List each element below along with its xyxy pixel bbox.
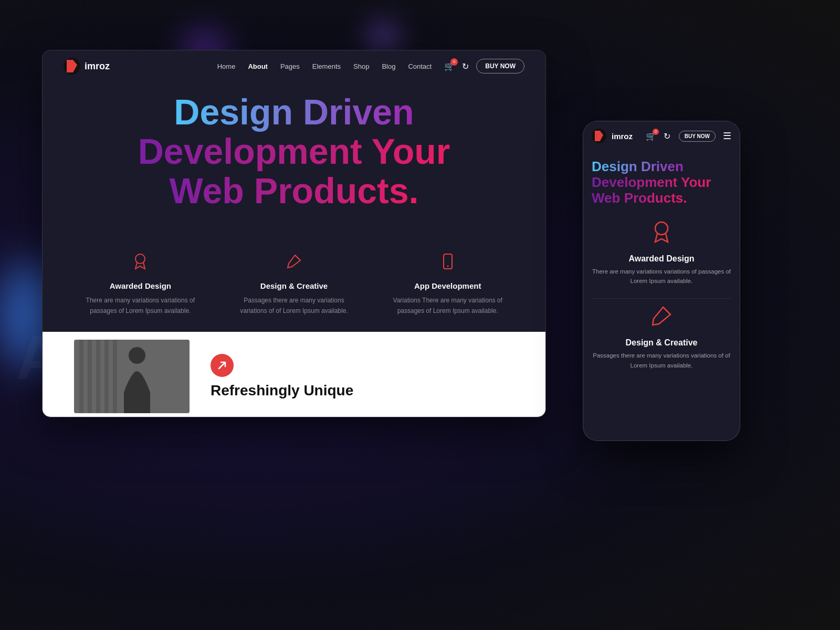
svg-rect-8 xyxy=(113,340,117,413)
svg-point-10 xyxy=(655,222,668,235)
mobile-logo-shape xyxy=(595,131,603,141)
hero-title-line1: Design Driven xyxy=(174,92,414,132)
mobile-feature-2-desc: Passages there are many variations varia… xyxy=(592,351,731,370)
desktop-nav-links: Home About Pages Elements Shop Blog Cont… xyxy=(217,61,432,71)
mobile-icon xyxy=(390,252,506,275)
feature-card-3-desc: Variations There are many variations of … xyxy=(390,296,506,316)
svg-point-9 xyxy=(129,347,145,364)
nav-item-about[interactable]: About xyxy=(248,61,268,71)
mobile-cart-badge: 0 xyxy=(653,129,659,135)
hero-title-line3: Web Products. xyxy=(170,171,419,211)
svg-rect-6 xyxy=(96,340,100,413)
mobile-mockup: imroz 🛒 0 ↻ BUY NOW ☰ Design Driven Deve… xyxy=(583,121,740,441)
mobile-logo-icon xyxy=(592,129,606,143)
mobile-content: Design Driven Development Your Web Produ… xyxy=(583,151,740,391)
mobile-menu-icon[interactable]: ☰ xyxy=(723,130,731,142)
feature-card-3-title: App Development xyxy=(390,281,506,290)
bg-blob-purple2 xyxy=(368,21,399,52)
mobile-buy-now-button[interactable]: BUY NOW xyxy=(679,131,716,142)
nav-link-contact[interactable]: Contact xyxy=(408,62,432,70)
nav-item-blog[interactable]: Blog xyxy=(382,61,395,71)
feature-card-2-desc: Passages there are many variations varia… xyxy=(236,296,352,316)
section2-icon-btn[interactable] xyxy=(211,354,234,377)
feature-card-2-title: Design & Creative xyxy=(236,281,352,290)
svg-rect-5 xyxy=(88,340,92,413)
nav-item-shop[interactable]: Shop xyxy=(353,61,369,71)
desktop-feature-cards: Awarded Design There are many variations… xyxy=(74,242,514,326)
theme-toggle-icon[interactable]: ↻ xyxy=(462,61,469,71)
desktop-hero: Design Driven Development Your Web Produ… xyxy=(43,82,545,332)
nav-item-contact[interactable]: Contact xyxy=(408,61,432,71)
logo-icon-shape xyxy=(67,60,77,72)
nav-item-home[interactable]: Home xyxy=(217,61,236,71)
desktop-nav-actions: 🛒 0 ↻ BUY NOW xyxy=(444,59,524,74)
section2-title: Refreshingly Unique xyxy=(211,382,353,399)
mobile-feature-1-desc: There are many variations variations of … xyxy=(592,267,731,286)
desktop-section2: Refreshingly Unique xyxy=(43,332,545,417)
mobile-logo-text: imroz xyxy=(612,132,640,141)
feature-card-creative: Design & Creative Passages there are man… xyxy=(228,242,361,326)
mobile-feature-creative: Design & Creative Passages there are man… xyxy=(592,303,731,370)
section2-image-inner xyxy=(74,340,190,413)
nav-link-pages[interactable]: Pages xyxy=(280,62,300,70)
mobile-feature-1-title: Awarded Design xyxy=(592,254,731,264)
section2-content: Refreshingly Unique xyxy=(211,354,353,399)
desktop-buy-now-button[interactable]: BUY NOW xyxy=(476,59,524,74)
mobile-pen-icon xyxy=(592,303,731,334)
svg-rect-7 xyxy=(104,340,109,413)
logo-icon xyxy=(64,58,80,75)
award-icon xyxy=(82,252,198,275)
pen-icon xyxy=(236,252,352,275)
mobile-title-line2: Development Your xyxy=(592,174,711,190)
svg-point-2 xyxy=(447,266,448,267)
nav-link-about[interactable]: About xyxy=(248,62,268,70)
mobile-feature-awarded: Awarded Design There are many variations… xyxy=(592,219,731,286)
feature-card-1-desc: There are many variations variations of … xyxy=(82,296,198,316)
desktop-hero-title: Design Driven Development Your Web Produ… xyxy=(138,92,450,210)
mobile-nav: imroz 🛒 0 ↻ BUY NOW ☰ xyxy=(583,121,740,151)
nav-item-elements[interactable]: Elements xyxy=(312,61,341,71)
desktop-logo[interactable]: imroz xyxy=(64,58,110,75)
svg-point-0 xyxy=(135,254,145,264)
mobile-award-icon xyxy=(592,219,731,250)
desktop-site: imroz Home About Pages Elements Shop Blo… xyxy=(43,50,545,417)
nav-link-home[interactable]: Home xyxy=(217,62,236,70)
section2-image xyxy=(74,340,190,413)
mobile-divider xyxy=(592,298,731,299)
nav-link-blog[interactable]: Blog xyxy=(382,62,395,70)
mobile-hero-title: Design Driven Development Your Web Produ… xyxy=(592,159,731,206)
feature-card-awarded: Awarded Design There are many variations… xyxy=(74,242,207,326)
feature-card-appdev: App Development Variations There are man… xyxy=(381,242,514,326)
mobile-feature-2-title: Design & Creative xyxy=(592,338,731,348)
cart-icon[interactable]: 🛒 0 xyxy=(444,61,455,71)
desktop-logo-text: imroz xyxy=(85,61,110,72)
mobile-title-line1: Design Driven xyxy=(592,159,684,174)
nav-link-elements[interactable]: Elements xyxy=(312,62,341,70)
desktop-mockup: imroz Home About Pages Elements Shop Blo… xyxy=(42,50,546,417)
svg-rect-4 xyxy=(79,340,83,413)
hero-title-line2: Development Your xyxy=(138,131,450,171)
desktop-nav: imroz Home About Pages Elements Shop Blo… xyxy=(43,50,545,82)
mobile-theme-icon[interactable]: ↻ xyxy=(664,131,670,141)
nav-link-shop[interactable]: Shop xyxy=(353,62,369,70)
nav-item-pages[interactable]: Pages xyxy=(280,61,300,71)
mobile-title-line3: Web Products. xyxy=(592,190,687,206)
mobile-cart-icon[interactable]: 🛒 0 xyxy=(646,131,656,141)
feature-card-1-title: Awarded Design xyxy=(82,281,198,290)
cart-badge: 0 xyxy=(450,58,458,66)
